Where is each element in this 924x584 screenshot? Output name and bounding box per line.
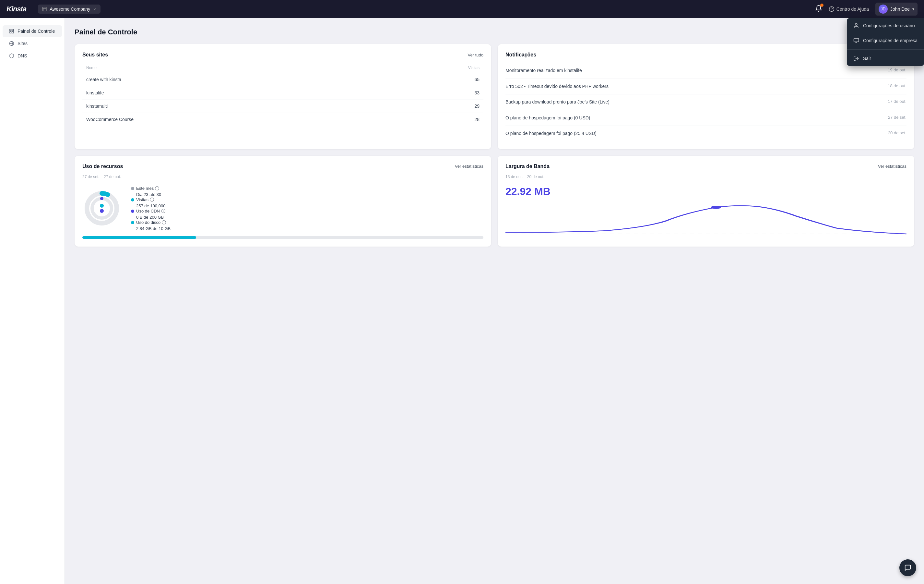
dropdown-user-settings[interactable]: Configurações de usuário [847,18,924,33]
company-settings-icon [853,38,859,43]
dropdown-backdrop[interactable] [0,0,924,584]
dropdown-divider [847,49,924,50]
dropdown-logout[interactable]: Sair [847,51,924,66]
user-settings-icon [853,23,859,28]
svg-point-3 [855,23,857,25]
user-settings-label: Configurações de usuário [863,23,915,28]
logout-icon [853,55,859,61]
logout-label: Sair [863,56,871,61]
svg-rect-4 [854,38,858,42]
dropdown-company-settings[interactable]: Configurações de empresa [847,33,924,48]
user-dropdown-menu: Configurações de usuário Configurações d… [847,18,924,66]
company-settings-label: Configurações de empresa [863,38,917,43]
